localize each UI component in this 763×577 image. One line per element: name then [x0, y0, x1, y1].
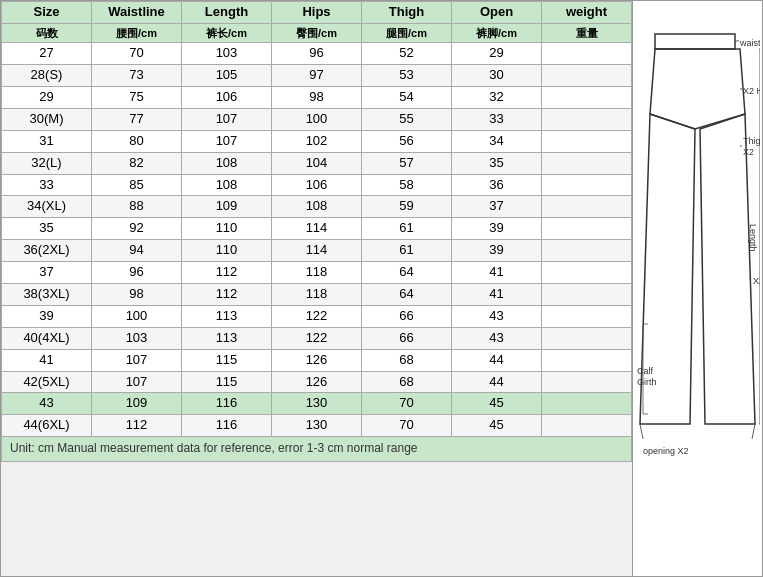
table-cell	[542, 349, 632, 371]
table-cell: 122	[272, 327, 362, 349]
svg-text:opening X2: opening X2	[643, 446, 689, 456]
col-open-en: Open	[452, 2, 542, 24]
table-cell	[542, 152, 632, 174]
table-cell: 98	[92, 283, 182, 305]
svg-text:Thigh: Thigh	[743, 136, 760, 146]
table-cell: 92	[92, 218, 182, 240]
table-cell: 57	[362, 152, 452, 174]
table-cell	[542, 371, 632, 393]
table-cell: 59	[362, 196, 452, 218]
table-cell: 107	[92, 371, 182, 393]
table-cell: 112	[92, 415, 182, 437]
table-cell: 122	[272, 305, 362, 327]
table-cell: 70	[362, 393, 452, 415]
table-row: 34(XL)881091085937	[2, 196, 632, 218]
table-cell: 96	[92, 262, 182, 284]
table-cell: 126	[272, 349, 362, 371]
table-cell: 29	[452, 43, 542, 65]
table-row: 431091161307045	[2, 393, 632, 415]
table-cell: 115	[182, 371, 272, 393]
svg-text:Girth: Girth	[637, 377, 657, 387]
table-cell	[542, 305, 632, 327]
table-cell: 75	[92, 86, 182, 108]
table-cell: 118	[272, 262, 362, 284]
table-cell: 88	[92, 196, 182, 218]
table-cell: 30(M)	[2, 108, 92, 130]
table-cell: 114	[272, 218, 362, 240]
col-weight-cn: 重量	[542, 23, 632, 42]
table-cell: 104	[272, 152, 362, 174]
table-cell: 109	[182, 196, 272, 218]
table-row: 2975106985432	[2, 86, 632, 108]
svg-rect-0	[655, 34, 735, 49]
table-cell: 85	[92, 174, 182, 196]
table-row: 36(2XL)941101146139	[2, 240, 632, 262]
table-cell: 70	[362, 415, 452, 437]
footer-text: Unit: cm Manual measurement data for ref…	[2, 437, 632, 462]
table-cell: 39	[2, 305, 92, 327]
table-row: 33851081065836	[2, 174, 632, 196]
table-cell: 37	[2, 262, 92, 284]
table-row: 40(4XL)1031131226643	[2, 327, 632, 349]
svg-text:Length: Length	[748, 224, 758, 252]
table-cell: 27	[2, 43, 92, 65]
table-cell: 105	[182, 65, 272, 87]
table-cell: 28(S)	[2, 65, 92, 87]
table-cell: 37	[452, 196, 542, 218]
table-cell: 103	[182, 43, 272, 65]
pants-diagram: waist X2 X2 Hip Thigh X2 Length X2 Calf …	[635, 24, 760, 554]
table-cell: 68	[362, 349, 452, 371]
table-cell: 106	[182, 86, 272, 108]
table-cell: 116	[182, 393, 272, 415]
table-cell: 107	[182, 108, 272, 130]
table-cell: 54	[362, 86, 452, 108]
col-hips-en: Hips	[272, 2, 362, 24]
table-cell: 42(5XL)	[2, 371, 92, 393]
table-cell: 102	[272, 130, 362, 152]
table-cell	[542, 262, 632, 284]
table-cell	[542, 283, 632, 305]
table-cell: 29	[2, 86, 92, 108]
table-cell: 112	[182, 283, 272, 305]
table-cell: 64	[362, 262, 452, 284]
col-open-cn: 裤脚/cm	[452, 23, 542, 42]
col-size-cn: 码数	[2, 23, 92, 42]
table-cell: 44	[452, 371, 542, 393]
table-cell: 38(3XL)	[2, 283, 92, 305]
col-hips-cn: 臀围/cm	[272, 23, 362, 42]
table-cell: 64	[362, 283, 452, 305]
size-table-section: Size Waistline Length Hips Thigh Open we…	[0, 0, 633, 577]
col-length-cn: 裤长/cm	[182, 23, 272, 42]
table-row: 28(S)73105975330	[2, 65, 632, 87]
svg-line-16	[640, 424, 643, 439]
table-cell: 33	[2, 174, 92, 196]
table-cell	[542, 130, 632, 152]
table-row: 31801071025634	[2, 130, 632, 152]
table-cell: 30	[452, 65, 542, 87]
svg-text:waist X2: waist X2	[739, 38, 760, 48]
table-cell: 34	[452, 130, 542, 152]
table-cell: 103	[92, 327, 182, 349]
table-cell: 82	[92, 152, 182, 174]
table-cell	[542, 65, 632, 87]
table-cell: 39	[452, 240, 542, 262]
footer-row: Unit: cm Manual measurement data for ref…	[2, 437, 632, 462]
diagram-section: waist X2 X2 Hip Thigh X2 Length X2 Calf …	[633, 0, 763, 577]
col-thigh-cn: 腿围/cm	[362, 23, 452, 42]
table-cell: 32	[452, 86, 542, 108]
table-cell: 61	[362, 240, 452, 262]
svg-text:X2: X2	[743, 147, 754, 157]
table-cell: 77	[92, 108, 182, 130]
table-cell	[542, 240, 632, 262]
table-cell: 66	[362, 327, 452, 349]
table-cell	[542, 196, 632, 218]
table-cell: 45	[452, 393, 542, 415]
table-cell: 115	[182, 349, 272, 371]
table-cell: 53	[362, 65, 452, 87]
svg-text:Calf: Calf	[637, 366, 654, 376]
table-row: 42(5XL)1071151266844	[2, 371, 632, 393]
table-cell: 118	[272, 283, 362, 305]
table-row: 44(6XL)1121161307045	[2, 415, 632, 437]
col-length-en: Length	[182, 2, 272, 24]
table-cell: 108	[182, 152, 272, 174]
